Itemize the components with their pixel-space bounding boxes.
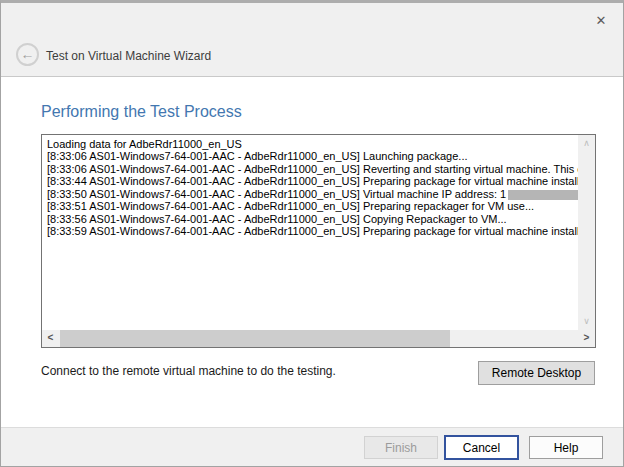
test-process-log[interactable]: Loading data for AdbeRdr11000_en_US[8:33… bbox=[41, 134, 596, 348]
remote-desktop-button[interactable]: Remote Desktop bbox=[478, 361, 595, 385]
redaction-bar bbox=[508, 190, 578, 200]
cancel-button[interactable]: Cancel bbox=[444, 435, 519, 460]
finish-button[interactable]: Finish bbox=[364, 436, 438, 459]
horizontal-scrollbar-thumb[interactable] bbox=[60, 330, 450, 347]
horizontal-scrollbar[interactable]: < > bbox=[42, 330, 595, 347]
page-title: Performing the Test Process bbox=[41, 103, 242, 121]
log-line: [8:33:59 AS01-Windows7-64-001-AAC - Adbe… bbox=[47, 225, 576, 237]
log-line: [8:33:06 AS01-Windows7-64-001-AAC - Adbe… bbox=[47, 150, 576, 162]
wizard-header: ← Test on Virtual Machine Wizard bbox=[1, 3, 623, 77]
log-lines: Loading data for AdbeRdr11000_en_US[8:33… bbox=[42, 135, 578, 330]
scroll-up-icon[interactable]: ∧ bbox=[578, 135, 595, 152]
log-line: Loading data for AdbeRdr11000_en_US bbox=[47, 138, 576, 150]
log-line: [8:33:56 AS01-Windows7-64-001-AAC - Adbe… bbox=[47, 213, 576, 225]
window-title: Test on Virtual Machine Wizard bbox=[46, 49, 211, 63]
help-button[interactable]: Help bbox=[529, 436, 603, 459]
status-message: Connect to the remote virtual machine to… bbox=[41, 364, 336, 378]
back-button[interactable]: ← bbox=[16, 43, 39, 66]
close-icon[interactable]: ✕ bbox=[592, 12, 610, 30]
log-line: [8:33:51 AS01-Windows7-64-001-AAC - Adbe… bbox=[47, 200, 576, 212]
log-line: [8:33:50 AS01-Windows7-64-001-AAC - Adbe… bbox=[47, 188, 576, 200]
back-arrow-icon: ← bbox=[21, 46, 35, 62]
scroll-right-icon[interactable]: > bbox=[578, 330, 595, 347]
scroll-down-icon[interactable]: ∨ bbox=[578, 313, 595, 330]
log-line: [8:33:06 AS01-Windows7-64-001-AAC - Adbe… bbox=[47, 163, 576, 175]
log-line: [8:33:44 AS01-Windows7-64-001-AAC - Adbe… bbox=[47, 175, 576, 187]
scroll-left-icon[interactable]: < bbox=[42, 330, 59, 347]
vertical-scrollbar[interactable]: ∧ ∨ bbox=[578, 135, 595, 330]
wizard-dialog: ← Test on Virtual Machine Wizard ✕ Perfo… bbox=[0, 0, 624, 467]
